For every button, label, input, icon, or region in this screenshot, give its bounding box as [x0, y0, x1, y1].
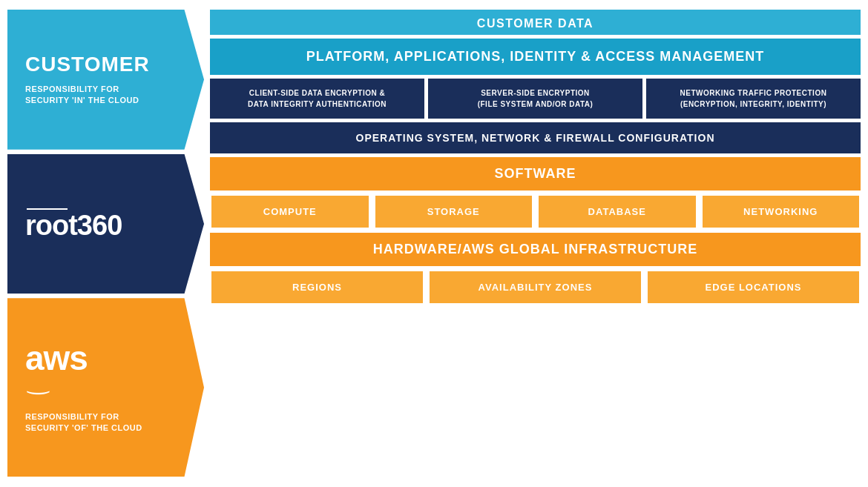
- compute-cell-storage: STORAGE: [374, 194, 534, 229]
- os-row: OPERATING SYSTEM, NETWORK & FIREWALL CON…: [210, 122, 861, 153]
- aws-subtitle: RESPONSIBILITY FORSECURITY 'OF' THE CLOU…: [25, 411, 186, 434]
- software-row: SOFTWARE: [210, 157, 861, 191]
- compute-cell-database: DATABASE: [537, 194, 697, 229]
- regions-cell-edge: EDGE LOCATIONS: [646, 270, 861, 305]
- aws-logo-wrapper: aws ⌣: [25, 341, 186, 411]
- encryption-cell-1: SERVER-SIDE ENCRYPTION(FILE SYSTEM AND/O…: [428, 79, 642, 119]
- encryption-cell-0: CLIENT-SIDE DATA ENCRYPTION &DATA INTEGR…: [210, 79, 424, 119]
- right-column: CUSTOMER DATA PLATFORM, APPLICATIONS, ID…: [210, 10, 861, 477]
- compute-row: COMPUTE STORAGE DATABASE NETWORKING: [210, 194, 861, 229]
- root360-text: root360: [25, 211, 122, 239]
- encryption-row: CLIENT-SIDE DATA ENCRYPTION &DATA INTEGR…: [210, 79, 861, 119]
- regions-cell-az: AVAILABILITY ZONES: [428, 270, 642, 305]
- encryption-cell-2: NETWORKING TRAFFIC PROTECTION(ENCRYPTION…: [646, 79, 861, 119]
- customer-subtitle: RESPONSIBILITY FORSECURITY 'IN' THE CLOU…: [25, 84, 186, 107]
- left-column: CUSTOMER RESPONSIBILITY FORSECURITY 'IN'…: [7, 10, 204, 477]
- customer-title: CUSTOMER: [25, 53, 186, 76]
- regions-row: REGIONS AVAILABILITY ZONES EDGE LOCATION…: [210, 270, 861, 305]
- main-container: CUSTOMER RESPONSIBILITY FORSECURITY 'IN'…: [7, 10, 861, 477]
- customer-data-row: CUSTOMER DATA: [210, 10, 861, 35]
- regions-cell-regions: REGIONS: [210, 270, 424, 305]
- compute-cell-compute: COMPUTE: [210, 194, 370, 229]
- root360-panel: root360: [7, 154, 204, 294]
- aws-smile-icon: ⌣: [24, 380, 51, 404]
- aws-panel: aws ⌣ RESPONSIBILITY FORSECURITY 'OF' TH…: [7, 298, 204, 477]
- compute-cell-networking: NETWORKING: [701, 194, 861, 229]
- hardware-row: HARDWARE/AWS GLOBAL INFRASTRUCTURE: [210, 233, 861, 266]
- root360-logo: root360: [25, 208, 122, 239]
- aws-logo-text: aws: [25, 341, 88, 375]
- customer-panel: CUSTOMER RESPONSIBILITY FORSECURITY 'IN'…: [7, 10, 204, 150]
- platform-row: PLATFORM, APPLICATIONS, IDENTITY & ACCES…: [210, 39, 861, 75]
